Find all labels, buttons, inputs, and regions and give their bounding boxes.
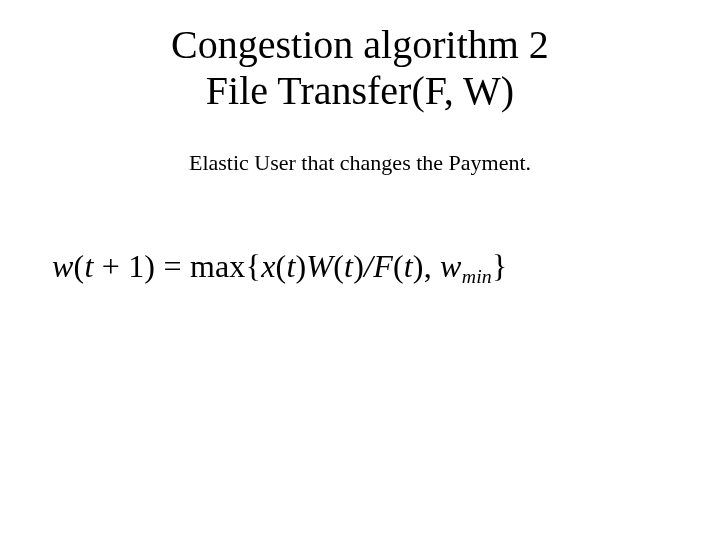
slide-subtitle: Elastic User that changes the Payment. <box>0 150 720 176</box>
eq-lhs-close-eq: ) = <box>144 248 190 284</box>
equation: w(t + 1) = max{x(t)W(t)/F(t), wmin} <box>52 248 508 288</box>
eq-Wt-t: t <box>344 248 353 284</box>
title-line-1: Congestion algorithm 2 <box>171 22 549 67</box>
eq-max: max <box>190 248 246 284</box>
eq-brace-open: { <box>246 248 262 284</box>
eq-Wt-open: ( <box>333 248 344 284</box>
eq-wmin-w: w <box>440 248 462 284</box>
eq-Ft-open: ( <box>393 248 404 284</box>
eq-lhs-plus: + <box>94 248 129 284</box>
eq-Ft-close: ) <box>413 248 424 284</box>
slide-title: Congestion algorithm 2 File Transfer(F, … <box>0 22 720 114</box>
eq-lhs-t: t <box>84 248 93 284</box>
eq-W: W <box>306 248 333 284</box>
eq-lhs-one: 1 <box>128 248 144 284</box>
eq-Wt-close: ) <box>353 248 364 284</box>
eq-xt-t: t <box>286 248 295 284</box>
eq-xt-open: ( <box>276 248 287 284</box>
eq-lhs-w: w <box>52 248 74 284</box>
eq-x: x <box>261 248 275 284</box>
eq-brace-close: } <box>492 248 508 284</box>
eq-comma: , <box>424 248 440 284</box>
eq-wmin-sub: min <box>462 265 492 287</box>
eq-slash: / <box>364 248 373 284</box>
title-line-2: File Transfer(F, W) <box>206 68 514 113</box>
eq-F: F <box>373 248 393 284</box>
eq-Ft-t: t <box>404 248 413 284</box>
eq-lhs-open: ( <box>74 248 85 284</box>
eq-xt-close: ) <box>296 248 307 284</box>
slide: Congestion algorithm 2 File Transfer(F, … <box>0 0 720 540</box>
